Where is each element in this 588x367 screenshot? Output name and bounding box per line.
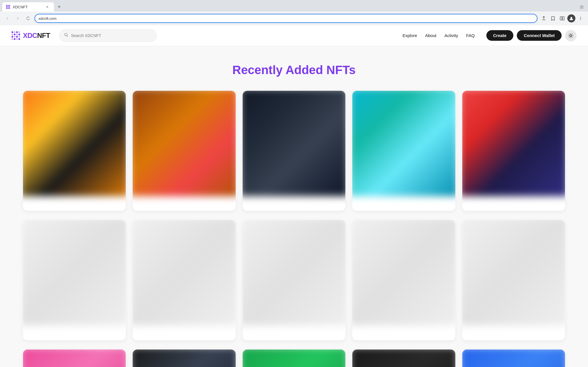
nft-image: [243, 91, 345, 196]
svg-rect-1: [562, 17, 564, 20]
nft-card-body: [133, 323, 235, 340]
nft-card[interactable]: [133, 220, 235, 340]
nft-card-body: [23, 194, 126, 211]
nft-card[interactable]: [133, 349, 235, 367]
back-button[interactable]: [3, 14, 11, 22]
theme-toggle-button[interactable]: [565, 30, 577, 41]
nft-card[interactable]: [133, 91, 235, 211]
section-title: Recently Added NFTs: [23, 63, 565, 77]
search-bar[interactable]: [59, 29, 157, 42]
address-bar[interactable]: [34, 14, 537, 23]
nft-card[interactable]: [352, 349, 455, 367]
svg-rect-0: [560, 17, 562, 20]
svg-point-4: [580, 18, 581, 19]
nav-faq[interactable]: FAQ: [466, 33, 475, 38]
nft-card[interactable]: [462, 349, 565, 367]
nft-image: [352, 220, 455, 325]
nft-card[interactable]: [23, 349, 126, 367]
share-button[interactable]: [540, 14, 548, 22]
nft-image: [133, 220, 235, 325]
nft-image: [243, 349, 345, 367]
nft-card-body: [352, 194, 455, 211]
nft-card[interactable]: [243, 349, 345, 367]
svg-point-6: [65, 33, 67, 36]
nft-card-body: [243, 323, 345, 340]
nft-card-body: [23, 323, 126, 340]
nft-image: [133, 91, 235, 196]
nft-image: [462, 91, 565, 196]
logo-xdc: XDC: [23, 32, 37, 39]
nav-about[interactable]: About: [425, 33, 436, 38]
connect-wallet-button[interactable]: Connect Wallet: [517, 30, 562, 41]
nft-card[interactable]: [243, 220, 345, 340]
nft-grid-row-1: [23, 91, 565, 211]
nft-image: [23, 91, 126, 196]
nft-card-body: [462, 323, 565, 340]
nft-card-body: [462, 194, 565, 211]
forward-button[interactable]: [14, 14, 22, 22]
nft-card[interactable]: [462, 91, 565, 211]
nft-image: [23, 349, 126, 367]
navbar: XDCNFT Explore About Activity FAQ: [0, 25, 588, 46]
search-icon: [64, 33, 69, 38]
nav-explore[interactable]: Explore: [403, 33, 417, 38]
nft-card[interactable]: [243, 91, 345, 211]
reload-button[interactable]: [24, 14, 32, 22]
split-view-button[interactable]: [558, 14, 566, 22]
svg-point-5: [580, 19, 581, 20]
nft-image: [462, 220, 565, 325]
logo-text: XDCNFT: [23, 32, 50, 40]
nft-image: [462, 349, 565, 367]
browser-tab[interactable]: XDCNFT ✕: [2, 2, 54, 11]
profile-button[interactable]: [567, 14, 575, 22]
nft-card[interactable]: [462, 220, 565, 340]
main-content: Recently Added NFTs: [0, 46, 588, 367]
menu-button[interactable]: [577, 14, 585, 22]
bookmark-button[interactable]: [549, 14, 557, 22]
nft-card-body: [352, 323, 455, 340]
nav-links: Explore About Activity FAQ: [403, 33, 475, 38]
search-input[interactable]: [71, 33, 152, 38]
nft-image: [23, 220, 126, 325]
address-input[interactable]: [38, 16, 533, 21]
nft-image: [352, 91, 455, 196]
nft-card[interactable]: [23, 220, 126, 340]
tab-close-button[interactable]: ✕: [45, 5, 49, 9]
svg-point-7: [570, 34, 572, 36]
nft-card[interactable]: [352, 91, 455, 211]
new-tab-button[interactable]: +: [55, 3, 63, 11]
more-tabs-button[interactable]: [578, 3, 586, 11]
nav-actions: Create Connect Wallet: [486, 30, 577, 41]
nft-card-body: [133, 194, 235, 211]
tab-favicon: [6, 5, 10, 9]
nft-grid-row-3: [23, 349, 565, 367]
logo-icon: [11, 31, 20, 40]
create-button[interactable]: Create: [486, 30, 514, 41]
nft-grid-row-2: [23, 220, 565, 340]
tab-title: XDCNFT: [13, 5, 42, 9]
nft-image: [243, 220, 345, 325]
svg-point-3: [580, 17, 581, 18]
nft-card[interactable]: [352, 220, 455, 340]
logo[interactable]: XDCNFT: [11, 31, 50, 40]
nft-card[interactable]: [23, 91, 126, 211]
nft-card-body: [243, 194, 345, 211]
nft-image: [352, 349, 455, 367]
nft-image: [133, 349, 235, 367]
nav-activity[interactable]: Activity: [444, 33, 458, 38]
